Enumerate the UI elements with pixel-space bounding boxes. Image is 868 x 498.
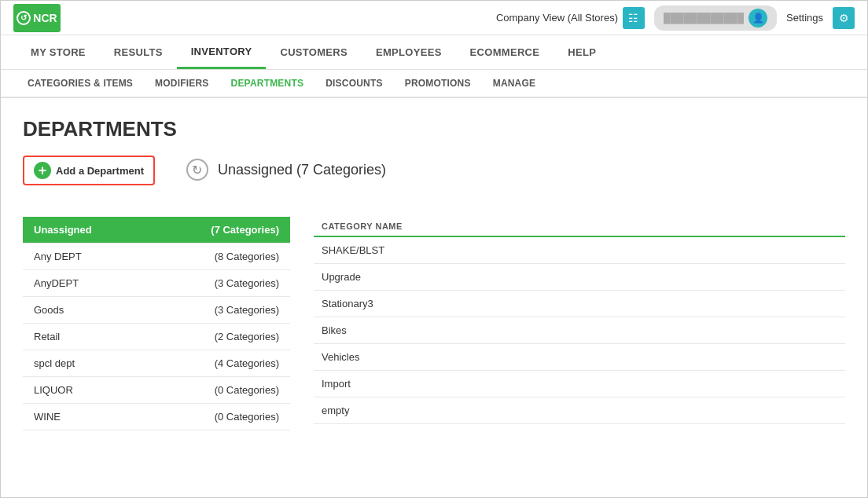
category-table-row[interactable]: Vehicles (314, 344, 845, 371)
category-name-cell: SHAKE/BLST (314, 236, 845, 264)
dept-list-name: AnyDEPT (34, 277, 79, 289)
dept-list-count: (0 Categories) (215, 411, 279, 423)
main-nav-item-customers[interactable]: CUSTOMERS (266, 37, 362, 68)
main-nav-item-inventory[interactable]: INVENTORY (177, 36, 267, 69)
sub-nav-item-modifiers[interactable]: MODIFIERS (144, 71, 219, 95)
dept-list-name: LIQUOR (34, 384, 73, 396)
departments-layout: Unassigned(7 Categories)Any DEPT(8 Categ… (23, 217, 845, 430)
dept-list-name: spcl dept (34, 357, 75, 369)
app-frame: ↺ NCR Company View (All Stores) ☷ ██████… (0, 0, 868, 498)
main-nav-item-results[interactable]: RESULTS (100, 37, 177, 68)
dept-list-count: (4 Categories) (215, 357, 279, 369)
category-table-row[interactable]: Upgrade (314, 264, 845, 291)
ncr-logo-text: ↺ NCR (17, 11, 57, 25)
dept-list-row[interactable]: WINE(0 Categories) (23, 404, 290, 430)
dept-list-name: Goods (34, 304, 64, 316)
user-avatar-icon: 👤 (748, 9, 767, 27)
sub-nav-item-discounts[interactable]: DISCOUNTS (314, 71, 393, 95)
company-view-label: Company View (All Stores) ☷ (496, 7, 645, 29)
top-bar: ↺ NCR Company View (All Stores) ☷ ██████… (1, 1, 867, 35)
settings-gear-icon[interactable]: ⚙ (833, 7, 855, 29)
sub-nav-item-categoriesitems[interactable]: CATEGORIES & ITEMS (17, 71, 144, 95)
dept-list-count: (0 Categories) (215, 384, 279, 396)
dept-list-row[interactable]: Goods(3 Categories) (23, 297, 290, 324)
dept-list-name: Retail (34, 331, 60, 342)
department-categories-panel: CATEGORY NAME SHAKE/BLSTUpgradeStationar… (290, 217, 845, 430)
dept-list-count: (8 Categories) (215, 251, 279, 262)
main-nav-item-mystore[interactable]: MY STORE (17, 37, 100, 68)
category-name-header: CATEGORY NAME (314, 217, 845, 236)
main-nav-item-ecommerce[interactable]: ECOMMERCE (456, 37, 554, 68)
sub-nav: CATEGORIES & ITEMSMODIFIERSDEPARTMENTSDI… (1, 70, 867, 98)
page-title: DEPARTMENTS (23, 117, 845, 141)
add-department-label: Add a Department (56, 165, 144, 177)
dept-list-count: (2 Categories) (215, 331, 279, 342)
top-bar-right: Company View (All Stores) ☷ ████████████… (496, 5, 855, 31)
settings-link[interactable]: Settings (786, 12, 823, 24)
user-pill[interactable]: ████████████ 👤 (654, 5, 777, 31)
category-name-cell: empty (314, 397, 845, 424)
category-table-row[interactable]: Bikes (314, 317, 845, 344)
dept-list-row[interactable]: AnyDEPT(3 Categories) (23, 270, 290, 297)
category-table-row[interactable]: empty (314, 397, 845, 424)
category-name-cell: Upgrade (314, 264, 845, 291)
dept-list-row[interactable]: Unassigned(7 Categories) (23, 217, 290, 244)
dept-list-row[interactable]: Any DEPT(8 Categories) (23, 244, 290, 270)
main-nav-item-help[interactable]: HELP (554, 37, 610, 68)
category-name-cell: Import (314, 371, 845, 397)
category-table: CATEGORY NAME SHAKE/BLSTUpgradeStationar… (314, 217, 845, 424)
dept-list-row[interactable]: LIQUOR(0 Categories) (23, 377, 290, 404)
category-table-row[interactable]: Stationary3 (314, 291, 845, 317)
page-content: DEPARTMENTS + Add a Department ↻ Unassig… (1, 98, 867, 497)
category-name-cell: Bikes (314, 317, 845, 344)
sub-nav-item-manage[interactable]: MANAGE (482, 71, 547, 95)
dept-list-name: WINE (34, 411, 61, 423)
company-view-icon[interactable]: ☷ (623, 7, 645, 29)
main-nav: MY STORERESULTSINVENTORYCUSTOMERSEMPLOYE… (1, 35, 867, 70)
departments-list: Unassigned(7 Categories)Any DEPT(8 Categ… (23, 217, 290, 430)
refresh-icon[interactable]: ↻ (186, 159, 208, 181)
user-name-text: ████████████ (664, 13, 744, 24)
category-table-row[interactable]: Import (314, 371, 845, 397)
dept-list-row[interactable]: Retail(2 Categories) (23, 324, 290, 350)
dept-list-name: Unassigned (34, 224, 92, 236)
company-view-text: Company View (All Stores) (496, 12, 618, 24)
dept-list-name: Any DEPT (34, 251, 82, 262)
category-name-cell: Stationary3 (314, 291, 845, 317)
dept-list-count: (7 Categories) (211, 224, 279, 236)
add-department-plus-icon: + (34, 162, 51, 179)
category-name-cell: Vehicles (314, 344, 845, 371)
main-nav-item-employees[interactable]: EMPLOYEES (362, 37, 456, 68)
ncr-logo-icon: ↺ (17, 11, 31, 25)
sub-nav-item-departments[interactable]: DEPARTMENTS (220, 71, 315, 95)
selected-dept-title: Unassigned (7 Categories) (218, 162, 386, 178)
top-bar-left: ↺ NCR (13, 4, 73, 32)
dept-list-row[interactable]: spcl dept(4 Categories) (23, 350, 290, 377)
sub-nav-item-promotions[interactable]: PROMOTIONS (394, 71, 482, 95)
dept-list-count: (3 Categories) (215, 277, 279, 289)
ncr-logo[interactable]: ↺ NCR (13, 4, 61, 32)
dept-list-count: (3 Categories) (215, 304, 279, 316)
add-department-button[interactable]: + Add a Department (23, 156, 155, 185)
category-table-row[interactable]: SHAKE/BLST (314, 236, 845, 264)
